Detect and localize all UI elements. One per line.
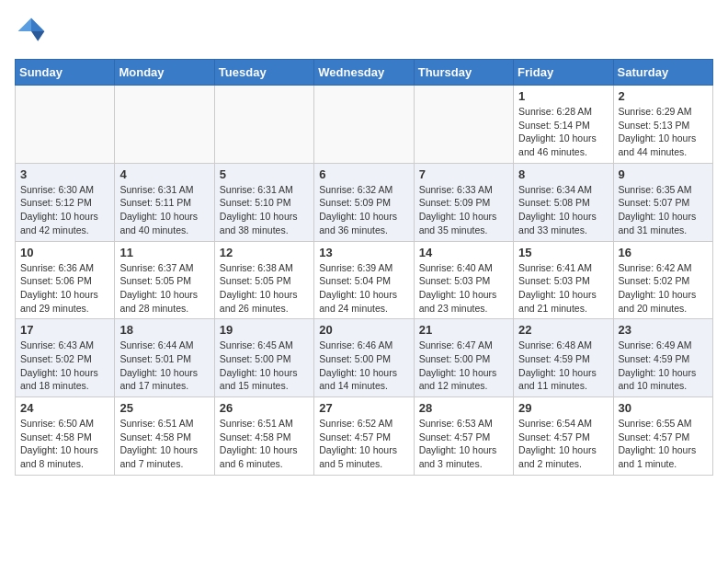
day-info: Sunrise: 6:39 AM Sunset: 5:04 PM Dayligh…	[319, 261, 408, 316]
calendar-cell: 24Sunrise: 6:50 AM Sunset: 4:58 PM Dayli…	[16, 397, 115, 476]
day-number: 19	[220, 323, 309, 337]
weekday-header: Saturday	[613, 60, 712, 86]
calendar-cell: 7Sunrise: 6:33 AM Sunset: 5:09 PM Daylig…	[414, 163, 513, 241]
calendar-cell: 2Sunrise: 6:29 AM Sunset: 5:13 PM Daylig…	[613, 86, 712, 164]
day-number: 4	[119, 167, 209, 181]
day-info: Sunrise: 6:32 AM Sunset: 5:09 PM Dayligh…	[319, 183, 408, 237]
day-info: Sunrise: 6:47 AM Sunset: 5:00 PM Dayligh…	[419, 339, 508, 393]
calendar-cell: 12Sunrise: 6:38 AM Sunset: 5:05 PM Dayli…	[214, 241, 313, 319]
calendar-cell: 13Sunrise: 6:39 AM Sunset: 5:04 PM Dayli…	[314, 241, 414, 319]
day-number: 30	[619, 401, 708, 415]
calendar-cell: 8Sunrise: 6:34 AM Sunset: 5:08 PM Daylig…	[514, 163, 613, 241]
calendar-week-row: 1Sunrise: 6:28 AM Sunset: 5:14 PM Daylig…	[16, 86, 713, 164]
day-number: 24	[20, 401, 109, 415]
day-info: Sunrise: 6:37 AM Sunset: 5:05 PM Dayligh…	[119, 261, 209, 316]
day-info: Sunrise: 6:55 AM Sunset: 4:57 PM Dayligh…	[619, 417, 708, 471]
calendar-cell: 22Sunrise: 6:48 AM Sunset: 4:59 PM Dayli…	[514, 319, 613, 397]
page-header	[15, 15, 713, 48]
calendar-cell: 28Sunrise: 6:53 AM Sunset: 4:57 PM Dayli…	[414, 397, 513, 476]
calendar-cell	[314, 86, 414, 164]
calendar-week-row: 10Sunrise: 6:36 AM Sunset: 5:06 PM Dayli…	[16, 241, 713, 319]
day-number: 21	[419, 323, 508, 337]
calendar-cell: 30Sunrise: 6:55 AM Sunset: 4:57 PM Dayli…	[613, 397, 712, 476]
calendar-week-row: 17Sunrise: 6:43 AM Sunset: 5:02 PM Dayli…	[16, 319, 713, 397]
svg-marker-0	[31, 18, 44, 31]
calendar-cell: 19Sunrise: 6:45 AM Sunset: 5:00 PM Dayli…	[214, 319, 313, 397]
day-number: 8	[518, 167, 608, 181]
calendar-cell: 9Sunrise: 6:35 AM Sunset: 5:07 PM Daylig…	[613, 163, 712, 241]
logo-icon	[15, 15, 48, 48]
day-info: Sunrise: 6:31 AM Sunset: 5:11 PM Dayligh…	[119, 183, 209, 237]
calendar-cell: 21Sunrise: 6:47 AM Sunset: 5:00 PM Dayli…	[414, 319, 513, 397]
day-number: 26	[220, 401, 309, 415]
day-info: Sunrise: 6:28 AM Sunset: 5:14 PM Dayligh…	[518, 105, 608, 159]
day-number: 28	[419, 401, 508, 415]
calendar-cell: 23Sunrise: 6:49 AM Sunset: 4:59 PM Dayli…	[613, 319, 712, 397]
calendar-cell: 5Sunrise: 6:31 AM Sunset: 5:10 PM Daylig…	[214, 163, 313, 241]
svg-marker-1	[31, 31, 44, 41]
day-info: Sunrise: 6:42 AM Sunset: 5:02 PM Dayligh…	[619, 261, 708, 316]
calendar-cell	[115, 86, 214, 164]
day-number: 10	[20, 246, 109, 259]
day-info: Sunrise: 6:41 AM Sunset: 5:03 PM Dayligh…	[518, 261, 608, 316]
day-number: 27	[319, 401, 408, 415]
day-number: 18	[119, 323, 209, 337]
calendar-cell: 29Sunrise: 6:54 AM Sunset: 4:57 PM Dayli…	[514, 397, 613, 476]
calendar-cell: 18Sunrise: 6:44 AM Sunset: 5:01 PM Dayli…	[115, 319, 214, 397]
day-info: Sunrise: 6:49 AM Sunset: 4:59 PM Dayligh…	[619, 339, 708, 393]
day-number: 1	[518, 89, 608, 103]
day-number: 20	[319, 323, 408, 337]
day-number: 11	[119, 246, 209, 259]
logo	[15, 15, 51, 48]
calendar-cell: 25Sunrise: 6:51 AM Sunset: 4:58 PM Dayli…	[115, 397, 214, 476]
calendar-cell: 6Sunrise: 6:32 AM Sunset: 5:09 PM Daylig…	[314, 163, 414, 241]
calendar-cell: 17Sunrise: 6:43 AM Sunset: 5:02 PM Dayli…	[16, 319, 115, 397]
weekday-header: Monday	[115, 60, 214, 86]
day-info: Sunrise: 6:34 AM Sunset: 5:08 PM Dayligh…	[518, 183, 608, 237]
calendar-cell: 14Sunrise: 6:40 AM Sunset: 5:03 PM Dayli…	[414, 241, 513, 319]
weekday-header: Tuesday	[214, 60, 313, 86]
day-info: Sunrise: 6:51 AM Sunset: 4:58 PM Dayligh…	[220, 417, 309, 471]
day-number: 14	[419, 246, 508, 259]
day-number: 25	[119, 401, 209, 415]
calendar-cell	[414, 86, 513, 164]
day-number: 13	[319, 246, 408, 259]
day-number: 23	[619, 323, 708, 337]
day-info: Sunrise: 6:29 AM Sunset: 5:13 PM Dayligh…	[619, 105, 708, 159]
day-number: 9	[619, 167, 708, 181]
weekday-header: Thursday	[414, 60, 513, 86]
day-number: 17	[20, 323, 109, 337]
day-info: Sunrise: 6:46 AM Sunset: 5:00 PM Dayligh…	[319, 339, 408, 393]
weekday-header: Wednesday	[314, 60, 414, 86]
day-number: 15	[518, 246, 608, 259]
weekday-header: Sunday	[16, 60, 115, 86]
day-info: Sunrise: 6:35 AM Sunset: 5:07 PM Dayligh…	[619, 183, 708, 237]
day-info: Sunrise: 6:44 AM Sunset: 5:01 PM Dayligh…	[119, 339, 209, 393]
day-number: 16	[619, 246, 708, 259]
day-number: 6	[319, 167, 408, 181]
weekday-header: Friday	[514, 60, 613, 86]
day-info: Sunrise: 6:33 AM Sunset: 5:09 PM Dayligh…	[419, 183, 508, 237]
day-number: 22	[518, 323, 608, 337]
calendar-cell: 4Sunrise: 6:31 AM Sunset: 5:11 PM Daylig…	[115, 163, 214, 241]
calendar-cell: 1Sunrise: 6:28 AM Sunset: 5:14 PM Daylig…	[514, 86, 613, 164]
day-info: Sunrise: 6:52 AM Sunset: 4:57 PM Dayligh…	[319, 417, 408, 471]
day-info: Sunrise: 6:31 AM Sunset: 5:10 PM Dayligh…	[220, 183, 309, 237]
day-info: Sunrise: 6:50 AM Sunset: 4:58 PM Dayligh…	[20, 417, 109, 471]
calendar-cell	[16, 86, 115, 164]
calendar-cell: 15Sunrise: 6:41 AM Sunset: 5:03 PM Dayli…	[514, 241, 613, 319]
calendar-cell: 3Sunrise: 6:30 AM Sunset: 5:12 PM Daylig…	[16, 163, 115, 241]
day-info: Sunrise: 6:53 AM Sunset: 4:57 PM Dayligh…	[419, 417, 508, 471]
day-number: 12	[220, 246, 309, 259]
day-info: Sunrise: 6:30 AM Sunset: 5:12 PM Dayligh…	[20, 183, 109, 237]
day-number: 2	[619, 89, 708, 103]
day-info: Sunrise: 6:48 AM Sunset: 4:59 PM Dayligh…	[518, 339, 608, 393]
calendar-cell: 16Sunrise: 6:42 AM Sunset: 5:02 PM Dayli…	[613, 241, 712, 319]
day-number: 7	[419, 167, 508, 181]
day-info: Sunrise: 6:36 AM Sunset: 5:06 PM Dayligh…	[20, 261, 109, 316]
calendar-week-row: 3Sunrise: 6:30 AM Sunset: 5:12 PM Daylig…	[16, 163, 713, 241]
calendar-cell: 27Sunrise: 6:52 AM Sunset: 4:57 PM Dayli…	[314, 397, 414, 476]
calendar-cell	[214, 86, 313, 164]
calendar-cell: 20Sunrise: 6:46 AM Sunset: 5:00 PM Dayli…	[314, 319, 414, 397]
day-info: Sunrise: 6:43 AM Sunset: 5:02 PM Dayligh…	[20, 339, 109, 393]
